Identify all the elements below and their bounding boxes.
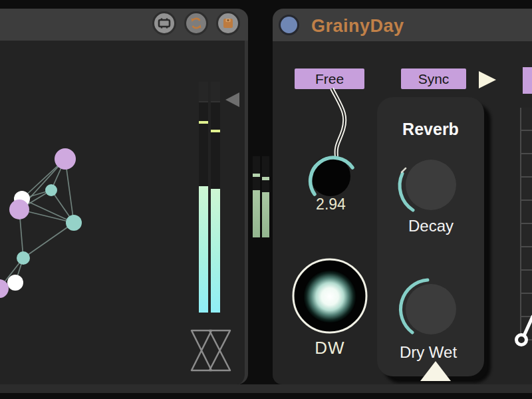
meter-peak [211,130,220,132]
clipped-mode-button[interactable] [523,67,532,94]
graph-node [17,251,30,265]
drywet-label: Dry Wet [368,343,488,362]
refresh-icon [189,16,203,31]
meter-grid [199,101,208,102]
plugin-view: GrainyDay Free Sync 2.94 [0,0,532,399]
graph-node [7,275,23,291]
hourglass-icon [189,329,235,374]
graph-node [66,215,82,231]
reverb-title: Reverb [377,120,484,139]
meter-bar [199,186,208,313]
device-title: GrainyDay [311,16,404,37]
decay-label: Decay [371,217,491,235]
mini-bar [262,192,269,237]
device-chain-bottom [0,384,532,393]
node-graph[interactable] [0,0,133,319]
meter-bar [211,189,220,313]
level-meters [196,80,225,315]
play-triangle-icon [479,71,496,88]
rate-value[interactable]: 2.94 [303,196,359,213]
frame-icon [157,16,172,31]
graph-node [45,184,57,196]
meter-peak [262,177,269,180]
refresh-button[interactable] [184,11,208,35]
save-button[interactable] [216,11,240,35]
device-activator[interactable] [279,15,299,35]
meter-peak [253,174,260,177]
decay-knob-arc [395,149,468,222]
dw-dial[interactable] [290,256,370,336]
meter-head [199,82,208,101]
mini-bar [253,190,260,237]
graph-node [9,200,29,219]
graph-node [55,148,76,170]
drywet-knob-arc [395,273,468,346]
meter-grid [211,101,220,102]
dw-label: DW [290,338,370,358]
save-icon [221,16,235,31]
frame-button[interactable] [152,11,176,35]
mini-level-meters [250,154,273,241]
meter-head [211,82,220,101]
meter-handle-icon[interactable] [225,92,239,107]
envelope-segment[interactable] [511,308,532,350]
sync-button[interactable]: Sync [401,68,466,89]
meter-peak [199,121,208,124]
step-grid[interactable] [520,108,532,340]
panel-pointer-icon [420,361,451,381]
